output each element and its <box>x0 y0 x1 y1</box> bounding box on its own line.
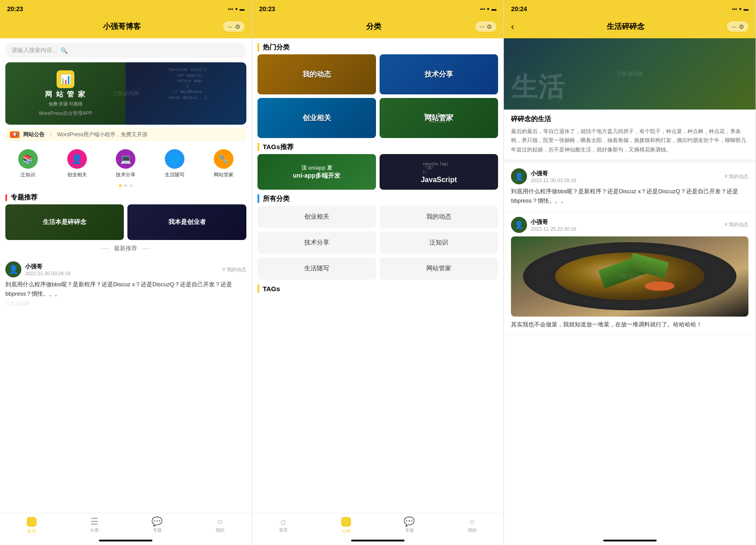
special-card-1[interactable]: 生活本是碎碎念 <box>5 204 124 240</box>
hot-section-accent <box>257 43 259 52</box>
cat-icon-life[interactable]: 🌐 生活随写 <box>165 149 184 178</box>
special-card-2[interactable]: 我本是创业者 <box>127 204 246 240</box>
category-active-icon: ☰ <box>341 517 351 527</box>
status-time-1: 20:23 <box>7 5 23 12</box>
back-button[interactable]: ‹ <box>511 21 524 32</box>
author-name: 小强哥 <box>25 263 219 271</box>
screen-1: 20:23 ▪▪▪ ▾ ▬ 小强哥博客 ··· ⊙ 请输入搜索内容... 🔍 <box>0 0 252 545</box>
latest-left-divider <box>101 248 110 249</box>
section-special-header: 专题推荐 <box>0 189 252 204</box>
all-cat-general[interactable]: 泛知识 <box>380 232 498 254</box>
tab-bar-1: ⌂ 首页 ☰ 分类 💬 专题 ○ 我的 <box>0 513 252 536</box>
latest-header: 最新推荐 <box>0 240 252 257</box>
hot-cat-wm[interactable]: Open Source function() 网站管家 <box>380 98 498 138</box>
mine-icon-2: ○ <box>470 517 475 526</box>
post-item-1[interactable]: 👤 小强哥 2022-11-30 03:28:18 # 我的动态 到底用什么程序… <box>0 257 252 312</box>
dot-1 <box>119 184 122 187</box>
signal-icon: ▪▪▪ <box>228 6 233 12</box>
specials-grid: 生活本是碎碎念 我本是创业者 <box>0 204 252 240</box>
nav-more-button-3[interactable]: ··· ⊙ <box>727 21 748 32</box>
signal-icon-3: ▪▪▪ <box>732 6 737 12</box>
more-dots-icon: ··· <box>228 23 233 30</box>
all-cat-life[interactable]: 生活随写 <box>257 257 376 280</box>
post2-avatar: 👤 <box>511 217 527 233</box>
banner-code-bg: function init(){ var app={}; return app;… <box>133 67 241 101</box>
tab-home-label-1: 首页 <box>27 528 36 534</box>
tag-uniapp-top: 顶 uniapp 夏 <box>293 164 341 172</box>
hot-cat-dongta-label: 我的动态 <box>302 70 331 79</box>
nav-more-button-2[interactable]: ··· ⊙ <box>475 21 497 32</box>
life-intro: 碎碎念的生活 最后的最后，等自己退休了，就找个地方盖几间房子，有个院子，种点菜，… <box>504 110 756 159</box>
banner-left-sub: 免费·开源·可商用 <box>49 101 82 107</box>
search-bar[interactable]: 请输入搜索内容... 🔍 <box>5 43 246 58</box>
dot-2 <box>124 184 127 187</box>
tab-home-1[interactable]: ⌂ 首页 <box>0 517 63 534</box>
wifi-icon: ▾ <box>235 6 238 12</box>
food-contents <box>555 252 705 300</box>
tab-mine-1[interactable]: ○ 我的 <box>189 517 252 534</box>
all-cat-startup[interactable]: 创业相关 <box>257 206 376 228</box>
section-tags2-label: TAGs <box>263 285 280 293</box>
special-card-1-label: 生活本是碎碎念 <box>43 218 86 226</box>
nav-actions-3: ··· ⊙ <box>727 21 748 32</box>
home-indicator-2 <box>252 536 504 545</box>
notice-bar[interactable]: 📢 网站公告 ： WordPress用户端小程序，免费又开源 <box>5 128 246 141</box>
post1-date: 2022-11-30 03:28:18 <box>531 178 576 183</box>
tags-grid: 顶 uniapp 夏 uni-app多端开发 console.log( "JS"… <box>252 154 504 190</box>
detail-post-1[interactable]: 👤 小强哥 2022-11-30 03:28:18 # 我的动态 到底用什么程序… <box>504 163 756 211</box>
tab-category-1[interactable]: ☰ 分类 <box>63 517 126 534</box>
screen-2: 20:23 ▪▪▪ ▾ ▬ 分类 ··· ⊙ 热门分类 <box>252 0 504 545</box>
home-bar-2 <box>351 540 405 541</box>
tab-category-2[interactable]: ☰ 分类 <box>315 517 378 534</box>
all-cat-tech[interactable]: 技术分享 <box>257 232 376 254</box>
hot-cat-tech[interactable]: 技术分享 <box>380 54 498 94</box>
tag-js[interactable]: console.log( "JS" ); JavaScript <box>380 154 498 190</box>
pan-base <box>523 242 736 310</box>
home-bar-1 <box>99 540 152 541</box>
wifi-icon-2: ▾ <box>487 6 490 12</box>
special-card-2-label: 我本是创业者 <box>168 218 206 226</box>
nav-more-button[interactable]: ··· ⊙ <box>223 21 245 32</box>
status-bar-1: 20:23 ▪▪▪ ▾ ▬ <box>0 0 252 16</box>
post2-author-row: 👤 小强哥 2022-11-25 23:30:18 <box>511 217 576 233</box>
author-date: 2022-11-30 03:28:18 <box>25 271 219 276</box>
tab-mine-2[interactable]: ○ 我的 <box>441 517 503 534</box>
tab-special-1[interactable]: 💬 专题 <box>126 517 188 534</box>
section-special-label: 专题推荐 <box>11 193 37 202</box>
tab-category-label-1: 分类 <box>90 527 99 533</box>
all-cat-wm-label: 网站管家 <box>426 264 451 272</box>
detail-post-2[interactable]: 👤 小强哥 2022-11-25 23:30:18 # 我的动态 <box>504 211 756 335</box>
tag-uniapp[interactable]: 顶 uniapp 夏 uni-app多端开发 <box>257 154 376 190</box>
hot-cat-dongta[interactable]: 我的动态 <box>257 54 376 94</box>
notice-icon: 📢 <box>10 131 20 138</box>
category-icons-row: 📚 泛知识 👤 创业相关 💻 技术分享 🌐 生活随写 🔧 网站管家 <box>0 145 252 183</box>
intro-text: 最后的最后，等自己退休了，就找个地方盖几间房子，有个院子，种点菜，种点树，种点花… <box>511 127 748 154</box>
home-icon: ⌂ <box>27 517 37 527</box>
cat-icon-startup[interactable]: 👤 创业相关 <box>67 149 87 178</box>
author-info: 小强哥 2022-11-30 03:28:18 <box>25 263 219 276</box>
hot-cat-startup[interactable]: 创业相关 <box>257 98 376 138</box>
tab-home-2[interactable]: ⌂ 首页 <box>252 517 315 534</box>
cat-icon-wm[interactable]: 🔧 网站管家 <box>214 149 233 178</box>
tab-special-2[interactable]: 💬 专题 <box>378 517 441 534</box>
nav-actions-2: ··· ⊙ <box>475 21 497 32</box>
status-icons-2: ▪▪▪ ▾ ▬ <box>480 6 497 12</box>
banner-overlay: 📊 网 站 管 家 免费·开源·可商用 WordPress后台管理APP <box>5 62 126 125</box>
section-hot-header: 热门分类 <box>252 38 504 54</box>
post1-tag: # 我的动态 <box>725 173 748 180</box>
all-cat-general-label: 泛知识 <box>429 239 448 246</box>
all-cat-dongta[interactable]: 我的动态 <box>380 206 498 228</box>
search-placeholder: 请输入搜索内容... <box>12 46 57 54</box>
tab-category-label-2: 分类 <box>342 528 351 534</box>
tag-js-label: JavaScript <box>421 176 457 184</box>
cat-icon-life-bg: 🌐 <box>165 149 184 169</box>
tab-mine-label-2: 我的 <box>468 527 477 533</box>
hot-cat-startup-label: 创业相关 <box>302 114 331 123</box>
cat-icon-general[interactable]: 📚 泛知识 <box>18 149 38 178</box>
all-cat-tech-label: 技术分享 <box>304 239 329 246</box>
all-cat-wm[interactable]: 网站管家 <box>380 257 498 280</box>
all-cats-grid: 创业相关 我的动态 技术分享 泛知识 生活随写 网站管家 <box>252 206 504 280</box>
cat-icon-tech[interactable]: 💻 技术分享 <box>116 149 135 178</box>
screen-3: 20:24 ▪▪▪ ▾ ▬ ‹ 生活碎碎念 ··· ⊙ 生活 刀客源码网 碎碎念… <box>504 0 756 545</box>
app-icon: 📊 <box>57 70 74 88</box>
